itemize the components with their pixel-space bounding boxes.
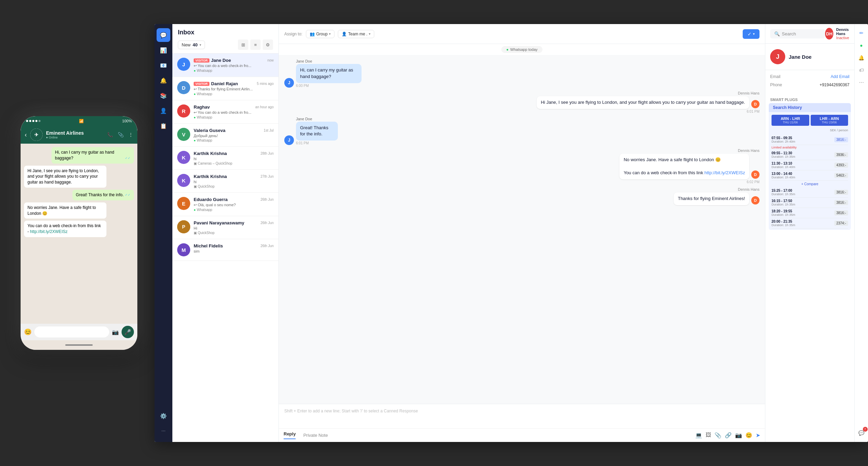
flight-duration-7: Duration: 1h 35m (772, 213, 799, 217)
phone-chat-header: ‹ ✈ Eminent Airlines ● Online 📞 📎 ⋮ (21, 126, 137, 144)
chat-time-4: 6:02 PM (747, 180, 760, 184)
sidebar-icon-chat[interactable]: 💬 (157, 28, 170, 42)
sidebar-icon-contacts[interactable]: 👤 (157, 104, 170, 118)
phone-mic-icon[interactable]: 🎤 (122, 326, 134, 338)
conv-name-eduardo: Eduardo Guerra (194, 197, 228, 202)
reply-gallery-icon[interactable]: 📷 (735, 432, 742, 439)
conv-item-pavani[interactable]: P Pavani Narayanaswamy 26th Jun Hi ▣ Qui… (172, 216, 278, 239)
conv-list-header: Inbox New 40 ▾ ⊞ ≡ ⚙ (172, 24, 278, 54)
conv-time-valeria: 1st Jul (264, 129, 274, 132)
visitor-badge-jane: VISITOR (194, 58, 209, 63)
phone-link[interactable]: http://bit.ly/2XWEISz (30, 229, 67, 234)
flight-time-2: 09:55 - 11:30 (772, 151, 799, 155)
flight-entry-7[interactable]: 18:20 - 19:55 Duration: 1h 35m 3816:- (772, 208, 848, 218)
filter-icon-sort[interactable]: ⚙ (263, 40, 273, 50)
chat-msg-row-4: Dennis Hans No worries Jane. Have a safe… (284, 148, 760, 184)
flight-btn-lhr-arn[interactable]: LHR - ARN THU 23/06 (811, 115, 848, 126)
chat-link[interactable]: http://bit.ly/2XWEISz (705, 170, 745, 175)
far-icon-more[interactable]: ⋯ (857, 78, 866, 87)
phone-msg-2: Hi Jane, I see you are flying to London,… (24, 166, 106, 188)
flight-entry-1[interactable]: 07:55 - 09:35 Duration: 2h 40m 3816:- (772, 135, 848, 145)
reply-image-icon[interactable]: 🖼 (706, 432, 711, 439)
chat-widget-icon[interactable]: 💬 7 (857, 428, 866, 438)
flight-entry-5[interactable]: 15:25 - 17:00 Duration: 1h 35m 3816:- (772, 187, 848, 198)
conv-preview-michel: sim (194, 249, 274, 253)
sidebar-icon-knowledge[interactable]: 📚 (157, 89, 170, 102)
email-value[interactable]: Add Email (831, 74, 849, 79)
conv-time-karthik1: 28th Jun (261, 152, 274, 155)
reply-send-icon[interactable]: ➤ (756, 432, 760, 439)
reply-emoji-icon[interactable]: 💻 (695, 432, 702, 439)
compare-btn[interactable]: + Compare (772, 181, 848, 187)
conv-item-michel[interactable]: M Michel Fidelis 26th Jun sim (172, 239, 278, 261)
conv-item-karthik2[interactable]: K Karthik Krishna 27th Jun hi ▣ QuickSho… (172, 170, 278, 193)
conv-name-daniel: Daniel Rajan (211, 81, 238, 86)
filter-icon-list[interactable]: ≡ (250, 40, 261, 50)
conv-info-karthik1: Karthik Krishna 28th Jun hi ▣ Cameras – … (194, 151, 274, 165)
conv-avatar-michel: M (177, 243, 190, 256)
phone-back-icon[interactable]: ‹ (25, 131, 27, 138)
conv-item-daniel[interactable]: D VISITOR Daniel Rajan 5 mins ago ↩ Than… (172, 77, 278, 100)
sidebar-icon-settings[interactable]: ⚙️ (157, 409, 170, 423)
far-icon-label[interactable]: 🏷 (857, 65, 866, 75)
flight-entry-2[interactable]: 09:55 - 11:30 Duration: 1h 35m 3936:- (772, 150, 848, 160)
reply-bar: Shift + Enter to add a new line; Start w… (279, 404, 765, 442)
reply-smiley-icon[interactable]: 😊 (745, 432, 752, 439)
new-filter-badge[interactable]: New 40 ▾ (178, 41, 205, 49)
far-icon-whatsapp[interactable]: ● (857, 41, 866, 50)
phone-text-input[interactable] (34, 326, 109, 337)
conv-avatar-raghav: R (177, 104, 190, 118)
sidebar-icon-analytics[interactable]: 📊 (157, 43, 170, 57)
jane-avatar-chat: J (284, 78, 294, 88)
conv-time-karthik2: 27th Jun (261, 175, 274, 178)
conv-name-karthik1: Karthik Krishna (194, 151, 227, 156)
search-history-title: Search History (769, 103, 851, 112)
flight-btn-arn-lhr[interactable]: ARN - LHR THU 21/06 (772, 115, 809, 126)
sidebar-icon-grid[interactable]: ⋯ (157, 424, 170, 438)
flight-entry-8[interactable]: 20:00 - 21:35 Duration: 1h 35m 2374:- (772, 218, 848, 229)
resolve-btn[interactable]: ✓ ▾ (743, 29, 760, 39)
far-icon-edit[interactable]: ✏ (857, 28, 866, 38)
conv-time-pavani: 26th Jun (261, 221, 274, 225)
search-bar[interactable]: 🔍 Search (770, 29, 825, 38)
team-assign-btn[interactable]: 👤 Team me . ▾ (338, 30, 374, 38)
phone-camera-icon[interactable]: 📷 (112, 329, 119, 335)
flight-entry-4[interactable]: 13:00 - 14:40 Duration: 1h 40m 5463:- (772, 170, 848, 181)
conv-item-jane[interactable]: J VISITOR Jane Doe now ↩ You can do a we… (172, 54, 278, 77)
reply-input[interactable]: Shift + Enter to add a new line; Start w… (279, 404, 765, 428)
phone-more-icon[interactable]: ⋮ (128, 132, 133, 137)
phone-emoji-icon[interactable]: 😊 (24, 328, 32, 336)
conv-name-raghav: Raghav (194, 104, 210, 110)
conversation-list: Inbox New 40 ▾ ⊞ ≡ ⚙ J (172, 24, 279, 442)
conv-item-eduardo[interactable]: E Eduardo Guerra 26th Jun ↩ Olá, qual o … (172, 193, 278, 216)
flight-time-4: 13:00 - 14:40 (772, 172, 799, 176)
msg-row-agent-2: No worries Jane. Have a safe flight to L… (284, 154, 760, 179)
reply-link-icon[interactable]: 🔗 (725, 432, 732, 439)
conv-item-raghav[interactable]: R Raghav an hour ago ↩ You can do a web … (172, 100, 278, 124)
far-icon-notify[interactable]: 🔔 (857, 53, 866, 63)
conv-item-karthik1[interactable]: K Karthik Krishna 28th Jun hi ▣ Cameras … (172, 147, 278, 170)
home-bar (65, 344, 93, 346)
dennis-avatar-3: D (751, 196, 760, 204)
conv-channel-eduardo: ● Whatsapp (194, 208, 274, 212)
phone-header-actions: 📞 📎 ⋮ (107, 132, 133, 137)
per-person-label: SEK / person (769, 129, 851, 133)
conv-preview-karthik1: hi (194, 157, 274, 161)
reply-attach-icon[interactable]: 📎 (715, 432, 721, 439)
flight-time-5: 15:25 - 17:00 (772, 189, 799, 192)
flight-entry-3[interactable]: 11:30 - 13:10 Duration: 1h 40m 4393:- (772, 160, 848, 170)
conv-name-karthik2: Karthik Krishna (194, 174, 227, 179)
filter-icon-grid[interactable]: ⊞ (238, 40, 248, 50)
group-assign-btn[interactable]: 👥 Group ▾ (306, 30, 334, 38)
phone-call-icon[interactable]: 📞 (107, 132, 113, 137)
conv-item-valeria[interactable]: V Valeria Guseva 1st Jul Добрый день! ● … (172, 124, 278, 147)
phone-attach-icon[interactable]: 📎 (118, 132, 124, 137)
smart-plugs-label: SMART PLUGS (765, 95, 854, 103)
sidebar-icon-reports[interactable]: 📋 (157, 119, 170, 133)
reply-tab[interactable]: Reply (284, 431, 296, 439)
filter-icons: ⊞ ≡ ⚙ (238, 40, 273, 50)
flight-entry-6[interactable]: 16:15 - 17:50 Duration: 1h 35m 3816:- (772, 198, 848, 208)
sidebar-icon-inbox[interactable]: 📧 (157, 58, 170, 72)
sidebar-icon-notifications[interactable]: 🔔 (157, 74, 170, 87)
private-note-tab[interactable]: Private Note (303, 433, 328, 438)
